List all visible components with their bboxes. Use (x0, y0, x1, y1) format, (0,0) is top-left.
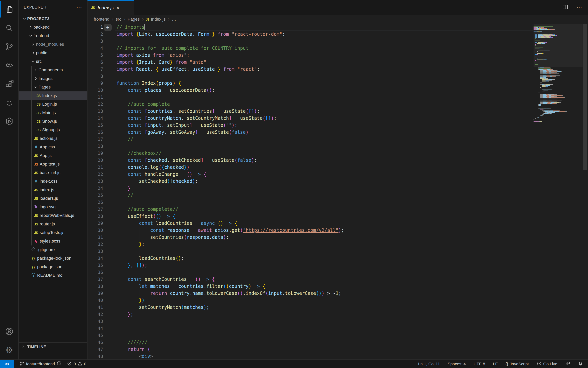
extensions-icon[interactable] (0, 75, 19, 93)
code-line-15[interactable]: 15 const [input, setInput] = useState(""… (88, 122, 588, 129)
tree-item-backend[interactable]: backend (19, 23, 87, 31)
breadcrumb-frontend[interactable]: frontend (94, 17, 109, 22)
tree-item-loaders.js[interactable]: JSloaders.js (19, 194, 87, 203)
code-line-40[interactable]: 40 }) (88, 297, 588, 304)
tree-item-Main.js[interactable]: JSMain.js (19, 109, 87, 117)
git-branch-item[interactable]: feature/frontend (19, 361, 62, 367)
split-editor-icon[interactable] (562, 4, 569, 11)
search-icon[interactable] (0, 19, 19, 37)
vertical-scrollbar[interactable] (583, 24, 587, 170)
tree-item-index.css[interactable]: #index.css (19, 177, 87, 185)
minimap[interactable] (534, 24, 583, 133)
tab-index-js[interactable]: JS Index.js × (88, 0, 134, 15)
breadcrumb-…[interactable]: … (172, 17, 176, 22)
tree-item-logo.svg[interactable]: logo.svg (19, 203, 87, 211)
tree-item-App.js[interactable]: JSApp.js (19, 151, 87, 160)
settings-icon[interactable]: ⚙ (0, 341, 19, 359)
tree-item-frontend[interactable]: frontend (19, 31, 87, 40)
tree-item-router.js[interactable]: JSrouter.js (19, 220, 87, 228)
code-line-21[interactable]: 21 console.log({checked}) (88, 164, 588, 171)
code-line-3[interactable]: 3 (88, 38, 588, 45)
tree-item-base_url.js[interactable]: JSbase_url.js (19, 168, 87, 177)
status-language-mode[interactable]: {}JavaScript (506, 362, 529, 366)
tree-item-src[interactable]: src (19, 57, 87, 66)
tree-item-Components[interactable]: Components (19, 66, 87, 74)
tree-item-public[interactable]: public (19, 49, 87, 57)
tree-item-Show.js[interactable]: JSShow.js (19, 117, 87, 126)
code-editor[interactable]: 1// imports2import {Link, useLoaderData,… (88, 24, 588, 359)
code-line-38[interactable]: 38 let matches = countries.filter((count… (88, 283, 588, 290)
code-line-17[interactable]: 17 // (88, 136, 588, 143)
breadcrumb-src[interactable]: src (116, 17, 121, 22)
code-line-42[interactable]: 42 }; (88, 311, 588, 318)
code-line-45[interactable]: 45 (88, 332, 588, 339)
code-line-30[interactable]: 30 const response = await axios.get("htt… (88, 227, 588, 234)
source-control-icon[interactable] (0, 37, 19, 56)
code-line-7[interactable]: 7import React, { useEffect, useState } f… (88, 66, 588, 73)
code-line-20[interactable]: 20 const [checked, setChecked] = useStat… (88, 157, 588, 164)
code-line-48[interactable]: 48 <div> (88, 353, 588, 359)
tree-item-Images[interactable]: Images (19, 74, 87, 83)
status-feedback[interactable] (565, 361, 570, 367)
code-line-27[interactable]: 27 //auto compelete// (88, 206, 588, 213)
close-icon[interactable]: × (117, 5, 119, 11)
explorer-more-icon[interactable]: ⋯ (76, 4, 82, 11)
code-line-43[interactable]: 43 (88, 318, 588, 325)
tree-item-index.js[interactable]: JSindex.js (19, 185, 87, 194)
code-line-6[interactable]: 6import {Input, Card} from "antd" (88, 59, 588, 66)
status-eol[interactable]: LF (493, 362, 498, 366)
code-line-44[interactable]: 44 (88, 325, 588, 332)
tree-item-Signup.js[interactable]: JSSignup.js (19, 126, 87, 134)
smiley-extension-icon[interactable] (0, 93, 19, 112)
hexagon-extension-icon[interactable] (0, 112, 19, 131)
status-indentation[interactable]: Spaces: 4 (448, 362, 466, 366)
code-line-34[interactable]: 34 loadCountries(); (88, 255, 588, 262)
tree-item-reportWebVitals.js[interactable]: JSreportWebVitals.js (19, 211, 87, 220)
explorer-icon[interactable] (0, 0, 19, 19)
tree-item-PROJECT3[interactable]: PROJECT3 (19, 14, 87, 23)
code-line-14[interactable]: 14 const [countryMatch, setCountryMatch]… (88, 115, 588, 122)
code-line-2[interactable]: 2import {Link, useLoaderData, Form } fro… (88, 31, 588, 38)
code-line-37[interactable]: 37 const searchCountries = () => { (88, 276, 588, 283)
tree-item-Index.js[interactable]: JSIndex.js (19, 92, 87, 100)
timeline-section[interactable]: TIMELINE (19, 342, 87, 351)
code-line-35[interactable]: 35 }, []); (88, 262, 588, 269)
code-line-29[interactable]: 29 const loadCountries = async () => { (88, 220, 588, 227)
breadcrumb-Index.js[interactable]: JSIndex.js (146, 17, 165, 22)
accounts-icon[interactable] (0, 322, 19, 341)
tree-item-setupTests.js[interactable]: JSsetupTests.js (19, 228, 87, 237)
code-line-9[interactable]: 9function Index(props) { (88, 80, 588, 87)
code-line-11[interactable]: 11 (88, 94, 588, 101)
code-line-13[interactable]: 13 const [countries, setCountries] = use… (88, 108, 588, 115)
code-line-47[interactable]: 47 return ( (88, 346, 588, 353)
code-line-5[interactable]: 5import axios from "axios"; (88, 52, 588, 59)
code-line-39[interactable]: 39 return country.name.toLowerCase().ind… (88, 290, 588, 297)
status-encoding[interactable]: UTF-8 (474, 362, 485, 366)
code-line-22[interactable]: 22 const handleChange = () => { (88, 171, 588, 178)
tree-item-Pages[interactable]: Pages (19, 83, 87, 92)
code-line-12[interactable]: 12 //auto complete (88, 101, 588, 108)
status-notifications[interactable] (578, 361, 583, 367)
code-line-33[interactable]: 33 (88, 248, 588, 255)
code-line-24[interactable]: 24 } (88, 185, 588, 192)
status-cursor-position[interactable]: Ln 1, Col 11 (418, 362, 440, 366)
code-line-8[interactable]: 8 (88, 73, 588, 80)
code-line-46[interactable]: 46 /////// (88, 339, 588, 346)
code-line-32[interactable]: 32 }; (88, 241, 588, 248)
tree-item-package.json[interactable]: {}package.json (19, 263, 87, 271)
tree-item-App.css[interactable]: #App.css (19, 143, 87, 151)
tree-item-node_modules[interactable]: node_modules (19, 40, 87, 49)
code-line-41[interactable]: 41 setCountryMatch(matches); (88, 304, 588, 311)
code-line-1[interactable]: 1// imports (88, 24, 588, 31)
inline-add-button[interactable]: + (104, 24, 112, 31)
code-line-28[interactable]: 28 useEffect(() => { (88, 213, 588, 220)
tree-item-.gitignore[interactable]: .gitignore (19, 246, 87, 254)
code-line-25[interactable]: 25 // (88, 192, 588, 199)
breadcrumb-Pages[interactable]: Pages (127, 17, 140, 22)
code-line-18[interactable]: 18 (88, 143, 588, 150)
tree-item-App.test.js[interactable]: JSApp.test.js (19, 160, 87, 168)
run-debug-icon[interactable] (0, 56, 19, 75)
problems-item[interactable]: 0 0 (67, 361, 86, 367)
tree-item-README.md[interactable]: README.md (19, 271, 87, 280)
code-line-36[interactable]: 36 (88, 269, 588, 276)
